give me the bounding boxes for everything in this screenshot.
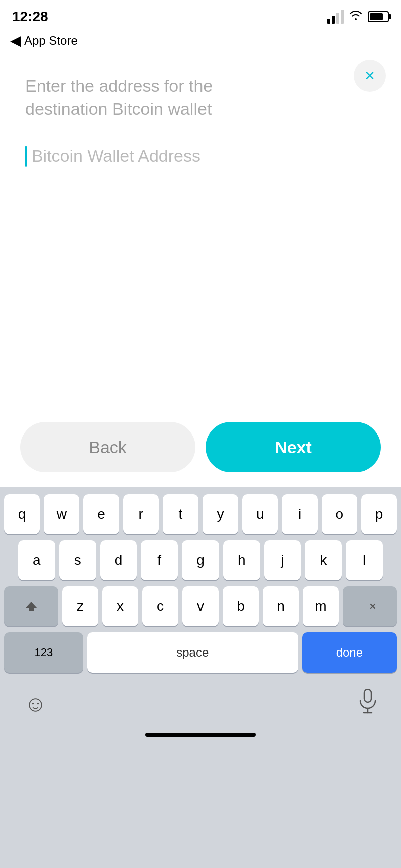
- keyboard-row-2: a s d f g h j k l: [4, 540, 397, 580]
- close-icon: ✕: [364, 68, 375, 84]
- keyboard: q w e r t y u i o p a s d f g h j k l z …: [0, 487, 401, 868]
- key-i[interactable]: i: [282, 494, 317, 534]
- shift-key[interactable]: [4, 586, 58, 626]
- main-content: ✕ Enter the address for the destination …: [0, 55, 401, 192]
- key-q[interactable]: q: [4, 494, 40, 534]
- status-bar: 12:28: [0, 0, 401, 30]
- key-c[interactable]: c: [142, 586, 178, 626]
- key-b[interactable]: b: [223, 586, 259, 626]
- key-x[interactable]: x: [102, 586, 138, 626]
- form-description: Enter the address for the destination Bi…: [25, 75, 286, 121]
- close-button[interactable]: ✕: [354, 60, 386, 92]
- emoji-icon[interactable]: ☺: [24, 691, 47, 716]
- key-f[interactable]: f: [141, 540, 178, 580]
- key-r[interactable]: r: [123, 494, 159, 534]
- delete-key[interactable]: [343, 586, 397, 626]
- status-time: 12:28: [12, 10, 48, 24]
- home-bar: [145, 733, 256, 737]
- keyboard-row-3: z x c v b n m: [4, 586, 397, 626]
- svg-rect-0: [364, 689, 371, 702]
- key-e[interactable]: e: [83, 494, 119, 534]
- key-k[interactable]: k: [305, 540, 342, 580]
- back-nav-arrow: ◀: [10, 32, 21, 49]
- wifi-icon: [349, 10, 363, 24]
- key-a[interactable]: a: [18, 540, 55, 580]
- battery-icon: [368, 11, 389, 22]
- keyboard-row-4: 123 space done: [4, 632, 397, 673]
- key-l[interactable]: l: [346, 540, 383, 580]
- key-p[interactable]: p: [361, 494, 397, 534]
- back-button[interactable]: Back: [20, 422, 195, 472]
- done-key[interactable]: done: [302, 632, 397, 673]
- wallet-address-field-container[interactable]: [25, 146, 376, 167]
- app-store-link[interactable]: App Store: [24, 34, 78, 48]
- input-cursor: [25, 146, 27, 167]
- key-g[interactable]: g: [182, 540, 219, 580]
- key-z[interactable]: z: [62, 586, 98, 626]
- battery-fill: [370, 13, 383, 20]
- key-n[interactable]: n: [263, 586, 299, 626]
- keyboard-accessory-row: ☺: [4, 679, 397, 729]
- key-v[interactable]: v: [182, 586, 219, 626]
- key-t[interactable]: t: [163, 494, 198, 534]
- key-h[interactable]: h: [223, 540, 260, 580]
- next-button[interactable]: Next: [206, 422, 381, 472]
- app-nav-bar[interactable]: ◀ App Store: [0, 30, 401, 55]
- key-m[interactable]: m: [303, 586, 339, 626]
- microphone-icon[interactable]: [359, 689, 377, 719]
- status-right: [327, 10, 389, 24]
- keyboard-row-1: q w e r t y u i o p: [4, 494, 397, 534]
- key-u[interactable]: u: [242, 494, 278, 534]
- signal-icon: [327, 10, 344, 24]
- key-s[interactable]: s: [59, 540, 96, 580]
- key-w[interactable]: w: [44, 494, 79, 534]
- numbers-key[interactable]: 123: [4, 632, 83, 673]
- key-o[interactable]: o: [322, 494, 357, 534]
- space-key[interactable]: space: [87, 632, 298, 673]
- wallet-address-input[interactable]: [32, 146, 376, 166]
- key-j[interactable]: j: [264, 540, 301, 580]
- status-left: 12:28: [12, 10, 48, 24]
- bottom-button-row: Back Next: [0, 422, 401, 472]
- key-d[interactable]: d: [100, 540, 137, 580]
- key-y[interactable]: y: [203, 494, 238, 534]
